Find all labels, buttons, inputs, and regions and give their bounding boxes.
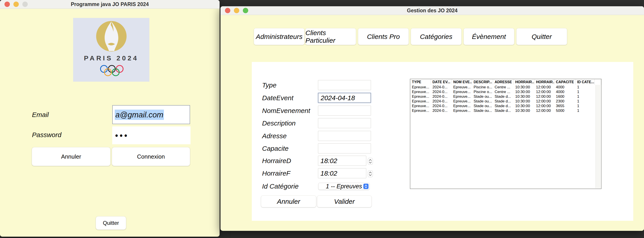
table-cell: Centre ... [493,90,514,94]
table-cell: 3655 [554,104,576,108]
table-header-cell[interactable]: NOM EVE... [452,79,472,85]
table-cell: Epreuve... [452,99,472,104]
table-cell: 2024-0... [431,99,452,104]
table-header-cell[interactable]: HORRAIR... [534,79,554,85]
horrairef-stepper[interactable] [368,171,372,177]
table-cell: 1 [576,104,594,108]
close-icon[interactable] [4,2,10,7]
table-cell: 2024-0... [431,108,452,113]
table-scrollbar[interactable] [596,85,600,188]
table-row[interactable]: Epreuve... 2024-0... Epreuve... Piscine … [410,90,601,94]
login-window: Programme java JO PARIS 2024 PARIS 2024 … [0,0,220,237]
dateevent-input[interactable]: 2024-04-18 [318,93,371,103]
table-cell: Epreuve... [452,90,472,94]
minimize-icon[interactable] [14,2,19,7]
table-cell: Epreuve... [410,104,431,108]
table-row[interactable]: Epreuve... 2024-0... Epreuve... Stade ou… [410,108,601,113]
table-header-cell[interactable]: HORRAIR... [514,79,534,85]
adresse-input[interactable] [318,131,371,141]
email-value-selected: a@gmail.com [115,110,164,120]
event-panel: Type DateEvent NomEvenement Description … [252,62,633,221]
table-cell: 12:00:00 [534,99,554,104]
label-dateevent: DateEvent [262,93,294,103]
table-header-cell[interactable]: TYPE [410,79,431,85]
table-cell: Stade ou... [472,108,493,113]
label-id-categorie: Id Catégorie [262,181,298,191]
table-cell: 1 [576,85,594,90]
table-cell: Stade ou... [472,99,493,104]
label-type: Type [262,80,276,90]
table-cell: 10:30:00 [514,99,534,104]
table-cell: Epreuve... [410,85,431,90]
table-cell: 1 [576,90,594,94]
table-header-cell[interactable]: CAPACITE [554,79,576,85]
tab-clients-particulier[interactable]: Clients Particulier [305,28,356,45]
table-cell: Stade d... [493,94,514,99]
table-cell: Stade d... [493,99,514,104]
right-titlebar[interactable]: Gestion des JO 2024 [220,6,644,15]
table-cell: Epreuve... [410,108,431,113]
table-header-row[interactable]: TYPE DATE EV... NOM EVE... DESCRIP... AD… [410,79,601,85]
stepper-up-down-icon [368,158,372,164]
table-cell: Piscine o... [472,90,493,94]
close-icon[interactable] [225,8,230,13]
annuler-button[interactable]: Annuler [32,147,110,166]
window-title: Programme java JO PARIS 2024 [0,0,220,8]
valider-button[interactable]: Valider [317,196,372,207]
connexion-button[interactable]: Connexion [112,147,190,166]
horrairef-input[interactable]: 18:02 [318,168,366,178]
table-cell: 4000 [554,90,576,94]
table-header-cell[interactable]: DATE EV... [431,79,452,85]
tab-quitter[interactable]: Quitter [516,28,567,45]
table-header-cell[interactable]: DESCRIP... [472,79,493,85]
table-header-cell[interactable]: ADRESSE [493,79,514,85]
table-row[interactable]: Epreuve... 2024-0... Epreuve... Stade ou… [410,94,601,99]
quitter-button[interactable]: Quitter [96,216,126,230]
table-cell: 4000 [554,85,576,90]
label-description: Description [262,118,296,128]
description-input[interactable] [318,118,371,128]
table-header-cell[interactable]: ID CATE... [576,79,594,85]
table-cell: 2024-0... [431,94,452,99]
table-cell: 1600 [554,94,576,99]
table-cell: Centre ... [493,85,514,90]
table-cell: 2300 [554,99,576,104]
id-categorie-value: 1 -- Epreuves [326,183,362,190]
table-cell: Epreuve... [410,90,431,94]
table-row[interactable]: Epreuve... 2024-0... Epreuve... Stade ou… [410,104,601,108]
label-nomevenement: NomEvenement [262,106,310,116]
events-table: TYPE DATE EV... NOM EVE... DESCRIP... AD… [410,79,602,189]
table-cell: 10:30:00 [514,94,534,99]
table-cell: Piscine o... [472,85,493,90]
table-cell: 12:00:00 [534,85,554,90]
capacite-input[interactable] [318,144,371,154]
zoom-icon[interactable] [243,8,248,13]
type-input[interactable] [318,80,371,90]
left-titlebar[interactable]: Programme java JO PARIS 2024 [0,0,220,9]
tab-administrateurs[interactable]: Administrateurs [254,28,304,45]
table-cell: 1 [576,108,594,113]
zoom-disabled-icon [22,2,28,7]
id-categorie-select[interactable]: 1 -- Epreuves [318,183,370,190]
table-cell: Stade d... [493,108,514,113]
minimize-icon[interactable] [234,8,239,13]
tab-evenement[interactable]: Évènement [464,28,514,45]
table-cell: 10:30:00 [514,104,534,108]
table-row[interactable]: Epreuve... 2024-0... Epreuve... Stade ou… [410,99,601,104]
horraired-stepper[interactable] [368,158,372,164]
window-title: Gestion des JO 2024 [220,6,644,15]
tab-clients-pro[interactable]: Clients Pro [358,28,409,45]
tab-categories[interactable]: Catégories [411,28,462,45]
password-input[interactable]: ●●● [112,126,190,144]
flame-emblem-icon [73,18,149,82]
nomevenement-input[interactable] [318,106,371,116]
annuler-button[interactable]: Annuler [261,196,316,207]
table-row[interactable]: Epreuve... 2024-0... Epreuve... Piscine … [410,85,601,90]
table-cell: 2024-0... [431,85,452,90]
table-cell: Epreuve... [410,99,431,104]
table-cell: Stade ou... [472,94,493,99]
label-horraired: HorraireD [262,156,291,166]
email-input[interactable]: a@gmail.com [112,105,190,124]
horraired-input[interactable]: 18:02 [318,156,366,166]
table-cell: 5000 [554,108,576,113]
